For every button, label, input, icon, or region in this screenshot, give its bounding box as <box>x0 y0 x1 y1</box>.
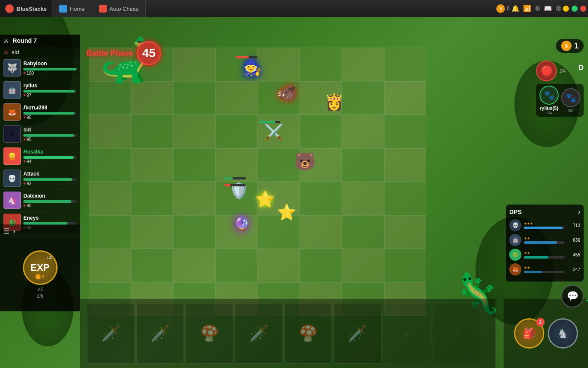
board-cell-6-4[interactable] <box>257 249 300 282</box>
close-button[interactable] <box>580 6 586 12</box>
board-cell-4-2[interactable] <box>173 182 215 215</box>
board-cell-2-6[interactable] <box>342 115 384 148</box>
board-cell-2-5[interactable] <box>300 115 342 148</box>
board-cell-1-3[interactable] <box>215 81 258 115</box>
player-entry-lyuty[interactable]: 🦊 Лютый88 ♥ 96 <box>0 101 80 123</box>
board-cell-3-6[interactable] <box>342 148 384 182</box>
tab-home[interactable]: Home <box>52 0 92 17</box>
board-cell-0-7[interactable] <box>384 48 427 81</box>
piece-ally-1: ⚔️ <box>264 123 283 141</box>
dps-bar-bg-3 <box>524 256 565 259</box>
chat-button[interactable]: 💬 <box>561 285 584 307</box>
hamburger-icon[interactable]: ☰ <box>3 227 10 235</box>
add-piece-button[interactable]: ♞ + <box>548 318 578 349</box>
board-cell-0-5[interactable] <box>300 48 342 81</box>
dps-info-4: ★★ <box>524 266 565 273</box>
board-cell-1-1[interactable] <box>131 81 174 115</box>
board-cell-4-1[interactable] <box>131 182 174 215</box>
dps-bar-fill-1 <box>524 227 562 229</box>
board-cell-1-2[interactable] <box>173 81 215 115</box>
dps-arrow-icon[interactable]: › <box>578 208 580 216</box>
maximize-button[interactable] <box>572 6 578 12</box>
right-player-row[interactable]: 🐾 ryilus(5) 2/4 🐾 3/6 <box>536 84 584 117</box>
player-entry-babyloon[interactable]: 🐺 Babyloon ♥ 100 <box>0 57 80 79</box>
current-player-row: ⚔ sid <box>0 47 80 57</box>
bench-slot-6[interactable]: 🗡️ <box>334 303 381 364</box>
board-cell-1-6[interactable] <box>342 81 384 115</box>
board-cell-2-3[interactable] <box>215 115 258 148</box>
board-cell-6-5[interactable] <box>300 249 342 282</box>
tab-autochess[interactable]: Auto Chess <box>92 0 146 17</box>
board-cell-3-7[interactable] <box>384 148 427 182</box>
board-cell-1-0[interactable] <box>89 81 131 115</box>
board-cell-5-5[interactable] <box>300 215 342 249</box>
hp-value-ryilus: 97 <box>26 93 31 98</box>
bench-slot-7[interactable]: · <box>383 303 431 364</box>
bench-slot-5[interactable]: 🍄 <box>284 303 332 364</box>
bench-slot-2[interactable]: 🗡️ <box>136 303 184 364</box>
player-entry-ryilus[interactable]: 🤖 ryilus ♥ 97 <box>0 79 80 101</box>
bench-slot-3[interactable]: 🍄 <box>186 303 233 364</box>
home-tab-label: Home <box>70 6 85 12</box>
settings-icon[interactable]: ⚙ <box>554 5 563 13</box>
chess-board[interactable]: // Generate cells inline won't work here… <box>80 39 435 320</box>
bench-slot-8[interactable]: · <box>432 303 480 364</box>
player-entry-datexion[interactable]: 🦄 Datexion ♥ 90 <box>0 189 80 211</box>
board-cell-3-3[interactable] <box>215 148 258 182</box>
board-cell-6-1[interactable] <box>131 249 174 282</box>
board-cell-5-7[interactable] <box>384 215 427 249</box>
player-info-sid: sid ♥ 95 <box>23 127 77 142</box>
board-cell-6-7[interactable] <box>384 249 427 282</box>
board-cell-2-0[interactable] <box>89 115 131 148</box>
hp-bar-bg-piece4 <box>224 184 246 186</box>
board-cell-6-3[interactable] <box>215 249 258 282</box>
player-entry-rusalka[interactable]: 👱 Rusalka ♥ 94 <box>0 145 80 167</box>
right-player-secondary: 🐾 3/6 <box>561 88 580 112</box>
board-cell-0-2[interactable] <box>173 48 215 81</box>
dps-avatar-2: 🤖 <box>509 234 521 246</box>
board-cell-3-2[interactable] <box>173 148 215 182</box>
signal-icon[interactable]: 📶 <box>521 5 533 13</box>
player-entry-attack[interactable]: 💀 Attack ♥ 92 <box>0 167 80 189</box>
board-cell-6-2[interactable] <box>173 249 215 282</box>
tools-icon[interactable]: ⚙ <box>533 5 542 13</box>
board-cell-4-6[interactable] <box>342 182 384 215</box>
bench-slot-4[interactable]: 🗡️ <box>235 303 283 364</box>
coin-area: $ 0 <box>496 4 510 13</box>
exp-progress: 2/8 <box>37 294 43 299</box>
board-cell-2-7[interactable] <box>384 115 427 148</box>
exp-circle[interactable]: +4 EXP 5 <box>23 250 58 285</box>
board-cell-6-6[interactable] <box>342 249 384 282</box>
brand-logo <box>5 4 14 13</box>
hp-label-sid: ♥ 95 <box>23 137 77 142</box>
piece-enemy-3: 👸 <box>325 93 344 111</box>
player-entry-sid[interactable]: 🗡 sid ♥ 95 <box>0 123 80 145</box>
board-cell-5-2[interactable] <box>173 215 215 249</box>
board-cell-3-0[interactable] <box>89 148 131 182</box>
board-cell-4-0[interactable] <box>89 182 131 215</box>
board-cell-2-1[interactable] <box>131 115 174 148</box>
bench-slot-1[interactable]: 🗡️ <box>87 303 135 364</box>
board-cell-6-0[interactable] <box>89 249 131 282</box>
board-cell-3-4[interactable] <box>257 148 300 182</box>
board-cell-2-2[interactable] <box>173 115 215 148</box>
book-icon[interactable]: 📖 <box>542 5 554 13</box>
bag-button[interactable]: 🎒 3 <box>514 318 544 349</box>
board-cell-4-5[interactable] <box>300 182 342 215</box>
player-avatar-babyloon: 🐺 <box>3 59 21 77</box>
board-cell-1-7[interactable] <box>384 81 427 115</box>
notification-icon[interactable]: 🔔 <box>510 5 521 13</box>
minimize-button[interactable] <box>563 6 569 12</box>
bench-empty-8: · <box>454 326 458 342</box>
board-cell-0-6[interactable] <box>342 48 384 81</box>
board-cell-5-0[interactable] <box>89 215 131 249</box>
board-cell-0-4[interactable] <box>257 48 300 81</box>
exp-plus-label: +4 <box>46 255 52 260</box>
board-cell-4-7[interactable] <box>384 182 427 215</box>
player-name-ryilus: ryilus <box>23 83 77 89</box>
board-cell-5-6[interactable] <box>342 215 384 249</box>
board-cell-3-1[interactable] <box>131 148 174 182</box>
window-controls <box>563 6 588 12</box>
expand-icon[interactable]: › <box>13 227 15 235</box>
board-cell-5-1[interactable] <box>131 215 174 249</box>
